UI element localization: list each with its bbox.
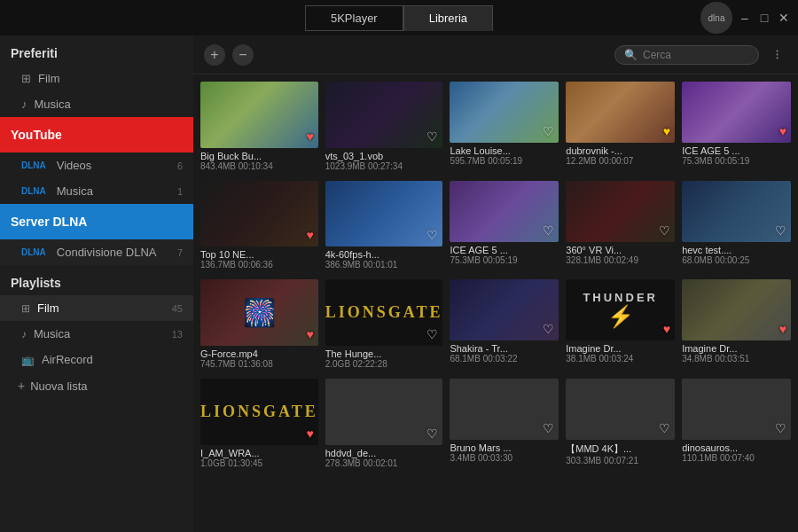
heart-icon[interactable]: ♡	[543, 421, 554, 435]
list-item[interactable]: 🎆♥G-Force.mp4745.7MB 01:36:08	[200, 279, 318, 372]
close-button[interactable]: ✕	[777, 11, 791, 25]
media-title: Imagine Dr...	[566, 343, 675, 354]
media-title: Shakira - Tr...	[450, 343, 559, 354]
sidebar-youtube[interactable]: YouTube	[0, 117, 193, 153]
sidebar-item-condivisione[interactable]: DLNA Condivisione DLNA 7	[0, 239, 193, 265]
list-item[interactable]: THUNDER⚡♥Imagine Dr...38.1MB 00:03:24	[566, 279, 675, 372]
pl-film-count: 45	[172, 303, 183, 314]
sidebar-item-yt-musica[interactable]: DLNA Musica 1	[0, 178, 193, 204]
heart-icon[interactable]: ♥	[779, 322, 786, 336]
media-meta: 75.3MB 00:05:19	[682, 156, 791, 166]
add-button[interactable]: +	[204, 44, 225, 66]
airrecord-icon: 📺	[21, 354, 35, 366]
film-icon: ⊞	[21, 72, 31, 85]
search-input[interactable]	[643, 49, 749, 61]
media-meta: 68.1MB 00:03:22	[450, 354, 559, 364]
pl-film-label: Film	[37, 301, 59, 315]
heart-icon[interactable]: ♥	[779, 124, 786, 138]
media-meta: 68.0MB 00:00:25	[682, 255, 791, 265]
sidebar-section-preferiti: Preferiti	[0, 35, 193, 66]
yt-musica-label: Musica	[57, 184, 93, 198]
list-item[interactable]: ♡hddvd_de...278.3MB 00:02:01	[325, 379, 443, 471]
dlna-icon-yt-videos: DLNA	[21, 160, 46, 170]
sidebar-film-label: Film	[38, 72, 60, 85]
sidebar-add-list[interactable]: + Nuova lista	[0, 372, 193, 399]
media-meta: 12.2MB 00:00:07	[566, 156, 675, 166]
sidebar-section-playlists: Playlists	[0, 265, 193, 295]
heart-icon[interactable]: ♥	[663, 322, 670, 336]
list-item[interactable]: ♡vts_03_1.vob1023.9MB 00:27:34	[325, 82, 443, 174]
dlna-icon-condivisione: DLNA	[21, 247, 46, 257]
heart-icon[interactable]: ♡	[659, 421, 670, 435]
maximize-button[interactable]: □	[757, 11, 771, 25]
media-meta: 3.4MB 00:03:30	[450, 453, 559, 463]
yt-musica-count: 1	[177, 186, 183, 197]
tab-5kplayer[interactable]: 5KPlayer	[305, 5, 403, 31]
media-title: hddvd_de...	[325, 448, 443, 458]
tab-libreria[interactable]: Libreria	[403, 5, 493, 31]
heart-icon[interactable]: ♡	[426, 228, 438, 242]
heart-icon[interactable]: ♥	[663, 124, 670, 138]
media-title: The Hunge...	[325, 348, 443, 359]
list-item[interactable]: ♥dubrovnik -...12.2MB 00:00:07	[566, 82, 675, 174]
heart-icon[interactable]: ♡	[426, 327, 438, 341]
sidebar-item-pl-film[interactable]: ⊞ Film 45	[0, 295, 193, 321]
list-item[interactable]: ♡Bruno Mars ...3.4MB 00:03:30	[450, 379, 559, 471]
heart-icon[interactable]: ♡	[659, 223, 670, 238]
media-grid: ♥Big Buck Bu...843.4MB 00:10:34♡vts_03_1…	[193, 74, 798, 532]
list-item[interactable]: LIONSGATE♡The Hunge...2.0GB 02:22:28	[325, 279, 443, 372]
media-title: 【MMD 4K】...	[566, 442, 675, 456]
list-item[interactable]: ♥Big Buck Bu...843.4MB 00:10:34	[200, 82, 318, 174]
music-icon: ♪	[21, 98, 27, 111]
sidebar-musica-label: Musica	[35, 98, 71, 111]
search-box: 🔍	[614, 45, 759, 65]
heart-icon[interactable]: ♡	[775, 223, 786, 238]
titlebar-tabs: 5KPlayer Libreria	[305, 5, 493, 31]
list-item[interactable]: ♡4k-60fps-h...386.9MB 00:01:01	[325, 181, 443, 273]
list-item[interactable]: ♥Imagine Dr...34.8MB 00:03:51	[682, 279, 791, 372]
heart-icon[interactable]: ♡	[426, 426, 438, 441]
media-title: dinosauros...	[682, 442, 791, 453]
heart-icon[interactable]: ♡	[775, 421, 786, 435]
list-item[interactable]: ♡【MMD 4K】...303.3MB 00:07:21	[566, 379, 675, 471]
yt-videos-label: Videos	[57, 159, 92, 172]
sidebar-item-film-preferiti[interactable]: ⊞ Film	[0, 66, 193, 91]
media-title: 360° VR Vi...	[566, 245, 675, 255]
list-item[interactable]: ♥Top 10 NE...136.7MB 00:06:36	[200, 181, 318, 273]
pl-film-icon: ⊞	[21, 302, 30, 315]
media-meta: 110.1MB 00:07:40	[682, 453, 791, 463]
heart-icon[interactable]: ♡	[426, 129, 438, 144]
heart-icon[interactable]: ♡	[543, 124, 554, 138]
media-title: ICE AGE 5 ...	[450, 245, 559, 255]
dlna-button[interactable]: dlna	[700, 2, 732, 34]
heart-icon[interactable]: ♡	[543, 322, 554, 336]
media-meta: 1023.9MB 00:27:34	[325, 161, 443, 171]
heart-icon[interactable]: ♥	[306, 327, 313, 341]
media-meta: 595.7MB 00:05:19	[450, 156, 559, 166]
media-meta: 843.4MB 00:10:34	[200, 161, 318, 171]
media-title: ICE AGE 5 ...	[682, 145, 791, 156]
heart-icon[interactable]: ♥	[306, 426, 313, 441]
sidebar-item-airrecord[interactable]: 📺 AirRecord	[0, 347, 193, 372]
grid-view-toggle[interactable]: ⁝	[766, 44, 787, 66]
media-title: G-Force.mp4	[200, 348, 318, 359]
sidebar-item-pl-musica[interactable]: ♪ Musica 13	[0, 321, 193, 347]
media-meta: 34.8MB 00:03:51	[682, 354, 791, 364]
main-layout: Preferiti ⊞ Film ♪ Musica YouTube DLNA V…	[0, 35, 798, 532]
list-item[interactable]: ♡Shakira - Tr...68.1MB 00:03:22	[450, 279, 559, 372]
list-item[interactable]: LIONSGATE♥I_AM_WRA...1.0GB 01:30:45	[200, 379, 318, 471]
minimize-button[interactable]: –	[738, 11, 752, 25]
heart-icon[interactable]: ♡	[543, 223, 554, 238]
list-item[interactable]: ♥ICE AGE 5 ...75.3MB 00:05:19	[682, 82, 791, 174]
sidebar-item-musica-preferiti[interactable]: ♪ Musica	[0, 91, 193, 117]
heart-icon[interactable]: ♥	[306, 129, 313, 144]
sidebar-server-dlna[interactable]: Server DLNA	[0, 204, 193, 239]
heart-icon[interactable]: ♥	[306, 228, 313, 242]
sidebar-item-yt-videos[interactable]: DLNA Videos 6	[0, 153, 193, 178]
list-item[interactable]: ♡hevc test....68.0MB 00:00:25	[682, 181, 791, 273]
list-item[interactable]: ♡ICE AGE 5 ...75.3MB 00:05:19	[450, 181, 559, 273]
list-item[interactable]: ♡dinosauros...110.1MB 00:07:40	[682, 379, 791, 471]
remove-button[interactable]: −	[232, 44, 254, 66]
list-item[interactable]: ♡Lake Louise...595.7MB 00:05:19	[450, 82, 559, 174]
list-item[interactable]: ♡360° VR Vi...328.1MB 00:02:49	[566, 181, 675, 273]
